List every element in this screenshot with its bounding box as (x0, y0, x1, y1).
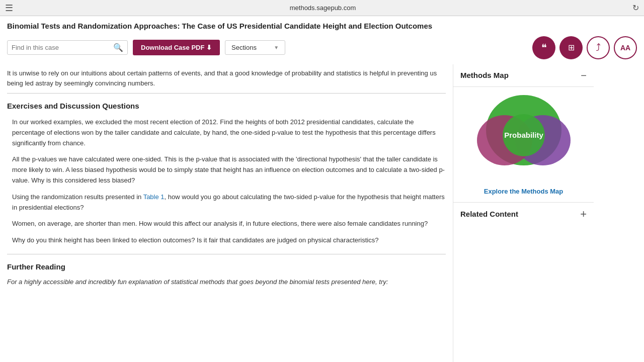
chevron-down-icon: ▼ (274, 45, 279, 50)
browser-url: methods.sagepub.com (19, 4, 626, 12)
svg-text:Probability: Probability (504, 131, 543, 139)
search-box[interactable]: 🔍 (7, 40, 128, 55)
download-pdf-button[interactable]: Download Case PDF ⬇ (133, 40, 220, 55)
sections-label: Sections (231, 44, 257, 51)
exercises-list: In our worked examples, we excluded the … (12, 117, 446, 246)
sidebar: Methods Map − Probability Exp (453, 64, 594, 363)
browser-chrome: ☰ methods.sagepub.com ↻ (0, 0, 644, 16)
table1-link[interactable]: Table 1 (143, 193, 165, 201)
icon-buttons-group: ❝ ⊞ ⤴ AA (532, 36, 637, 59)
page-header: Binomial Tests and Randomization Approac… (0, 16, 644, 31)
toolbar: 🔍 Download Case PDF ⬇ Sections ▼ ❝ ⊞ ⤴ A… (0, 36, 644, 64)
exercise-item-2: All the p-values we have calculated were… (12, 154, 446, 186)
methods-map-collapse-button[interactable]: − (581, 70, 587, 80)
related-content-expand-button[interactable]: + (580, 209, 587, 220)
main-layout: It is unwise to rely on our intuitions a… (0, 64, 644, 363)
venn-diagram-container: Probability (453, 87, 594, 184)
addlist-icon-button[interactable]: ⊞ (559, 36, 583, 59)
browser-menu-icon[interactable]: ☰ (5, 3, 13, 14)
methods-map-header: Methods Map − (453, 64, 594, 87)
further-reading-heading: Further Reading (7, 262, 446, 271)
related-content-section: Related Content + (453, 202, 594, 226)
search-icon-button[interactable]: 🔍 (113, 43, 123, 52)
exercise-item-4: Women, on average, are shorter than men.… (12, 219, 446, 229)
browser-reload-icon[interactable]: ↻ (632, 3, 639, 13)
exercise-item-5: Why do you think height has been linked … (12, 235, 446, 246)
exercise-item-3: Using the randomization results presente… (12, 192, 446, 213)
exercise-item-1: In our worked examples, we excluded the … (12, 117, 446, 148)
further-reading-text: For a highly accessible and incredibly f… (7, 277, 446, 288)
page-title: Binomial Tests and Randomization Approac… (7, 21, 637, 31)
explore-methods-map-link[interactable]: Explore the Methods Map (453, 184, 594, 202)
venn-diagram: Probability (463, 95, 584, 175)
content-area: It is unwise to rely on our intuitions a… (0, 64, 453, 363)
share-icon-button[interactable]: ⤴ (587, 36, 610, 59)
divider-1 (7, 254, 446, 254)
text-size-icon-button[interactable]: AA (614, 36, 637, 59)
search-input[interactable] (12, 44, 113, 51)
related-content-title: Related Content (460, 210, 518, 218)
quote-icon-button[interactable]: ❝ (532, 36, 555, 59)
exercises-heading: Exercises and Discussion Questions (7, 102, 446, 110)
intro-text: It is unwise to rely on our intuitions a… (7, 64, 446, 94)
sections-dropdown[interactable]: Sections ▼ (225, 40, 285, 55)
methods-map-title: Methods Map (460, 71, 509, 79)
methods-map-section: Methods Map − Probability Exp (453, 64, 594, 202)
